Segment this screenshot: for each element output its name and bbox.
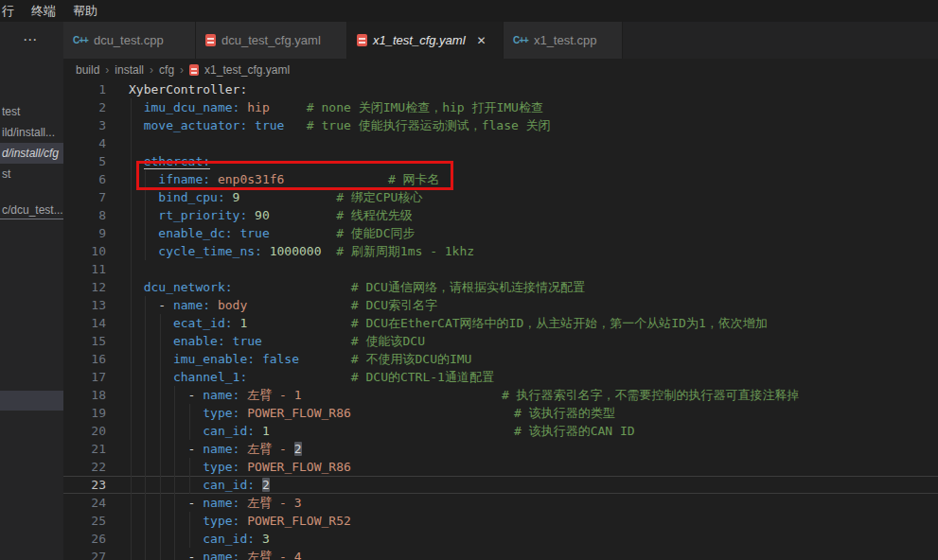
line-number: 27 (63, 548, 106, 560)
code-line[interactable]: 5 ethercat: (63, 152, 938, 170)
sidebar-highlighted-empty-row[interactable] (0, 391, 63, 411)
line-content[interactable]: - name: body # DCU索引名字 (129, 296, 938, 314)
line-content[interactable]: can_id: 1 # 该执行器的CAN ID (129, 422, 938, 440)
code-line[interactable]: 20 can_id: 1 # 该执行器的CAN ID (63, 422, 938, 440)
code-line[interactable]: 3 move_actuator: true # true 使能执行器运动测试，f… (63, 116, 938, 134)
code-line[interactable]: 24 - name: 左臂 - 3 (63, 494, 938, 512)
code-line[interactable]: 26 can_id: 3 (63, 530, 938, 548)
list-item[interactable]: d/install/cfg (0, 143, 63, 164)
tab-dcu_test.cpp[interactable]: C++dcu_test.cpp (63, 22, 196, 59)
menu-item[interactable]: 终端 (23, 3, 64, 20)
line-content[interactable] (129, 134, 938, 152)
tab-x1_test.cpp[interactable]: C++x1_test.cpp (504, 22, 623, 59)
code-line[interactable]: 6 ifname: enp0s31f6 # 网卡名 (63, 170, 938, 188)
line-content[interactable]: type: POWER_FLOW_R52 (129, 512, 938, 530)
breadcrumb-segment[interactable]: cfg (159, 63, 174, 77)
code-line[interactable]: 14 ecat_id: 1 # DCU在EtherCAT网络中的ID，从主站开始… (63, 314, 938, 332)
tab-x1_test_cfg.yaml[interactable]: x1_test_cfg.yaml✕ (347, 22, 504, 59)
code-line[interactable]: 13 - name: body # DCU索引名字 (63, 296, 938, 314)
code-line[interactable]: 18 - name: 左臂 - 1 # 执行器索引名字，不需要控制的执行器可直接… (63, 386, 938, 404)
indent-guide (174, 386, 175, 404)
line-content[interactable]: enable: true # 使能该DCU (129, 332, 938, 350)
code-line[interactable]: 9 enable_dc: true # 使能DC同步 (63, 224, 938, 242)
code-token: hip (239, 100, 269, 114)
line-content[interactable]: move_actuator: true # true 使能执行器运动测试，fla… (129, 116, 938, 134)
code-line[interactable]: 7 bind_cpu: 9 # 绑定CPU核心 (63, 188, 938, 206)
code-line[interactable]: 21 - name: 左臂 - 2 (63, 440, 938, 458)
line-number: 22 (63, 458, 106, 476)
line-content[interactable]: enable_dc: true # 使能DC同步 (129, 224, 938, 242)
line-content[interactable]: type: POWER_FLOW_R86 # 该执行器的类型 (129, 404, 938, 422)
code-token: ecat_id: (173, 316, 233, 330)
menu-item[interactable]: 帮助 (64, 3, 106, 20)
line-content[interactable]: channel_1: # DCU的CTRL-1通道配置 (129, 368, 938, 386)
indent-guide (189, 422, 190, 440)
line-content[interactable]: - name: 左臂 - 3 (129, 494, 938, 512)
code-line[interactable]: 25 type: POWER_FLOW_R52 (63, 512, 938, 530)
code-token (299, 352, 351, 366)
code-line[interactable]: 16 imu_enable: false # 不使用该DCU的IMU (63, 350, 938, 368)
more-actions-icon[interactable]: ⋯ (23, 31, 38, 48)
code-line[interactable]: 4 (63, 134, 938, 152)
line-content[interactable]: ethercat: (129, 152, 938, 170)
close-icon[interactable]: ✕ (477, 34, 487, 47)
line-content[interactable]: ecat_id: 1 # DCU在EtherCAT网络中的ID，从主站开始，第一… (129, 314, 938, 332)
code-token: name: (203, 442, 239, 456)
indent-guide (131, 476, 132, 494)
line-content[interactable]: cycle_time_ns: 1000000 # 刷新周期1ms - 1khz (129, 242, 938, 260)
code-line[interactable]: 19 type: POWER_FLOW_R86 # 该执行器的类型 (63, 404, 938, 422)
code-line[interactable]: 1XyberController: (63, 80, 938, 98)
line-content[interactable]: bind_cpu: 9 # 绑定CPU核心 (129, 188, 938, 206)
code-token: rt_priority: (158, 208, 247, 222)
code-line[interactable]: 22 type: POWER_FLOW_R86 (63, 458, 938, 476)
line-content[interactable]: imu_enable: false # 不使用该DCU的IMU (129, 350, 938, 368)
line-content[interactable]: - name: 左臂 - 2 (129, 440, 938, 458)
tab-label: dcu_test.cpp (94, 33, 164, 47)
code-line[interactable]: 23 can_id: 2 (63, 476, 938, 494)
code-token (239, 190, 336, 204)
indent-guide (131, 224, 132, 242)
indent-guide (145, 548, 146, 560)
line-content[interactable]: - name: 左臂 - 4 (129, 548, 938, 560)
cpp-file-icon: C++ (513, 35, 528, 45)
list-item[interactable]: ild/install... (0, 122, 63, 143)
code-line[interactable]: 11 (63, 260, 938, 278)
list-item[interactable]: st (0, 164, 63, 184)
chevron-right-icon: › (105, 63, 109, 77)
line-content[interactable]: dcu_network: # DCU通信网络，请根据实机连接情况配置 (129, 278, 938, 296)
code-token: 2 (294, 442, 302, 456)
breadcrumb-file[interactable]: x1_test_cfg.yaml (204, 63, 290, 77)
code-line[interactable]: 10 cycle_time_ns: 1000000 # 刷新周期1ms - 1k… (63, 242, 938, 260)
line-content[interactable]: ifname: enp0s31f6 # 网卡名 (129, 170, 938, 188)
code-line[interactable]: 12 dcu_network: # DCU通信网络，请根据实机连接情况配置 (63, 278, 938, 296)
code-token: # none 关闭IMU检查，hip 打开IMU检查 (307, 100, 543, 114)
breadcrumb-segment[interactable]: build (76, 63, 99, 77)
breadcrumb-segment[interactable]: install (115, 63, 144, 77)
chevron-right-icon: › (180, 63, 184, 77)
line-content[interactable]: type: POWER_FLOW_R86 (129, 458, 938, 476)
code-token: type: (203, 514, 239, 528)
line-content[interactable]: - name: 左臂 - 1 # 执行器索引名字，不需要控制的执行器可直接注释掉 (129, 386, 938, 404)
menu-item[interactable]: 行 (0, 3, 23, 20)
line-content[interactable]: rt_priority: 90 # 线程优先级 (129, 206, 938, 224)
code-line[interactable]: 2 imu_dcu_name: hip # none 关闭IMU检查，hip 打… (63, 98, 938, 116)
list-item[interactable]: c/dcu_test... (0, 201, 63, 219)
line-content[interactable] (129, 260, 938, 278)
indent-guide (189, 404, 190, 422)
line-content[interactable]: XyberController: (129, 80, 938, 98)
list-item[interactable]: test (0, 101, 63, 122)
code-line[interactable]: 8 rt_priority: 90 # 线程优先级 (63, 206, 938, 224)
code-editor[interactable]: 1XyberController:2 imu_dcu_name: hip # n… (63, 80, 938, 560)
code-line[interactable]: 15 enable: true # 使能该DCU (63, 332, 938, 350)
indent-guide (131, 206, 132, 224)
code-line[interactable]: 27 - name: 左臂 - 4 (63, 548, 938, 560)
indent-guide (145, 440, 146, 458)
tab-dcu_test_cfg.yaml[interactable]: dcu_test_cfg.yaml (196, 22, 347, 59)
indent-guide (131, 116, 132, 134)
code-token: # 执行器索引名字，不需要控制的执行器可直接注释掉 (502, 388, 800, 402)
line-content[interactable]: imu_dcu_name: hip # none 关闭IMU检查，hip 打开I… (129, 98, 938, 116)
code-line[interactable]: 17 channel_1: # DCU的CTRL-1通道配置 (63, 368, 938, 386)
line-content[interactable]: can_id: 3 (129, 530, 938, 548)
code-token: enable: (173, 334, 225, 348)
line-content[interactable]: can_id: 2 (129, 476, 938, 494)
